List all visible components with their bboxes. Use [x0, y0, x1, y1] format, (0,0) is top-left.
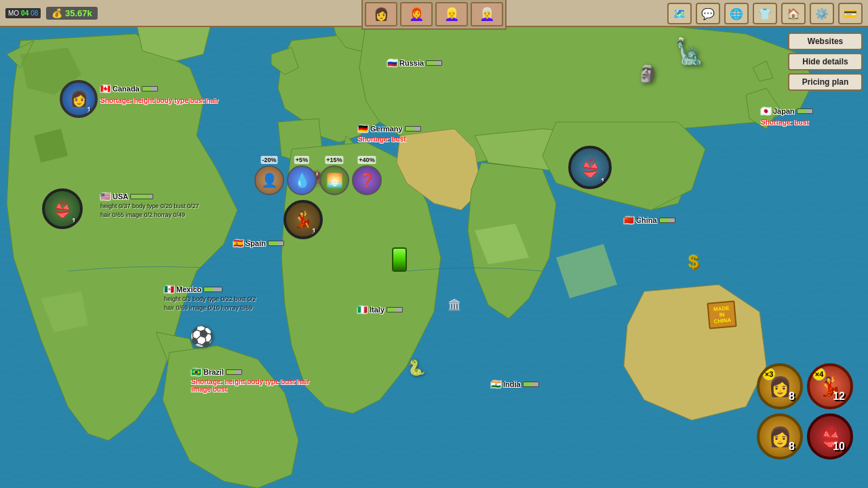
- country-germany: 🇩🇪 Germany: [358, 124, 421, 134]
- portraits-bar: 👩 👩‍🦰 👱‍♀️ 👩‍🦳: [361, 0, 507, 30]
- powerup-4-bubble: ❓: [352, 165, 382, 195]
- mexico-name: Mexico: [176, 285, 201, 293]
- spain-bar: [268, 241, 284, 246]
- money-icon: 💰: [52, 8, 62, 18]
- brazil-name: Brazil: [203, 368, 224, 376]
- country-india: 🇮🇳 India: [491, 380, 539, 389]
- snake-deco: 🐍: [407, 359, 425, 377]
- mo-blue-val: 08: [31, 9, 38, 17]
- usa-name: USA: [113, 192, 128, 201]
- token-4-wrapper[interactable]: 👙 10: [807, 413, 854, 461]
- brazil-flag: 🇧🇷: [191, 367, 201, 377]
- country-italy: 🇮🇹 Italy: [357, 305, 403, 314]
- side-buttons: Websites Hide details Pricing plan: [788, 33, 863, 91]
- country-china: 🇨🇳 China: [624, 216, 675, 225]
- powerup-2[interactable]: +5% 💧: [287, 165, 317, 195]
- pricing-plan-button[interactable]: Pricing plan: [788, 73, 863, 91]
- globe-icon[interactable]: 🌐: [724, 3, 749, 24]
- money-display: 💰 35.67k: [46, 7, 97, 20]
- italy-name: Italy: [370, 306, 384, 314]
- token-1-wrapper[interactable]: 👩 8 ×3: [757, 363, 804, 411]
- portrait-4[interactable]: 👩‍🦳: [471, 2, 503, 26]
- powerup-2-bubble: 💧: [287, 165, 317, 195]
- token-4-num: 10: [833, 441, 845, 453]
- europe-model-token[interactable]: 💃 1: [283, 200, 323, 239]
- italy-bar: [387, 307, 403, 312]
- settings-icon[interactable]: ⚙️: [810, 3, 834, 24]
- powerup-3-bubble: 🌅: [319, 165, 349, 195]
- made-in-china-sign: MADEINCHINA: [707, 300, 737, 329]
- shirt-icon[interactable]: 👕: [753, 3, 777, 24]
- hide-details-button[interactable]: Hide details: [788, 53, 863, 70]
- japan-shortage: Shortage: bust: [761, 119, 809, 126]
- japan-bar: [797, 108, 813, 114]
- usa-model-token[interactable]: 👙 1: [42, 188, 83, 229]
- russia-flag: 🇷🇺: [387, 58, 397, 68]
- card-icon[interactable]: 💳: [838, 3, 863, 24]
- token-3-wrapper[interactable]: 👩 8: [757, 413, 804, 461]
- token-1: 👩 8 ×3: [757, 363, 803, 409]
- mexico-bar: [203, 287, 222, 292]
- powerup-4[interactable]: +40% ❓: [352, 165, 382, 195]
- country-usa: 🇺🇸 USA: [100, 192, 153, 201]
- mexico-stat-1: height 0/3 body type 0/22 bust 0/2: [164, 295, 256, 304]
- powerup-4-label: +40%: [357, 156, 376, 164]
- powerup-1[interactable]: -20% 👤: [254, 165, 284, 195]
- mexico-flag: 🇲🇽: [164, 285, 174, 294]
- token-3-num: 8: [789, 441, 795, 453]
- japan-name: Japan: [773, 107, 795, 115]
- china-bar: [659, 218, 675, 223]
- usa-stat-2: hair 0/65 image 0/2 horray 0/49: [100, 211, 199, 220]
- mo-green-val: 04: [21, 9, 28, 17]
- token-4: 👙 10: [807, 413, 853, 460]
- canada-model-token[interactable]: 👩 1: [60, 80, 98, 118]
- russia-bar: [426, 60, 442, 66]
- map-icon[interactable]: 🗺️: [667, 3, 692, 24]
- asia-model-token[interactable]: 👙 1: [568, 146, 612, 189]
- germany-name: Germany: [370, 125, 403, 133]
- token-1-num: 8: [789, 390, 795, 403]
- germany-bar: [405, 126, 421, 131]
- token-2-mult: ×4: [812, 367, 826, 381]
- powerup-3[interactable]: +15% 🌅: [319, 165, 349, 195]
- brazil-bar: [226, 369, 242, 375]
- powerup-1-bubble: 👤: [254, 165, 284, 195]
- mexico-stats: height 0/3 body type 0/22 bust 0/2 hair …: [164, 295, 256, 312]
- portrait-1[interactable]: 👩: [365, 2, 397, 26]
- japan-flag: 🇯🇵: [761, 106, 771, 116]
- russia-name: Russia: [399, 59, 424, 67]
- portrait-3[interactable]: 👱‍♀️: [435, 2, 468, 26]
- toolbar-icons: 🗺️ 💬 🌐 👕 🏠 ⚙️ 💳: [667, 3, 863, 24]
- country-brazil: 🇧🇷 Brazil: [191, 367, 242, 377]
- dollar-sign-deco: $: [688, 251, 698, 272]
- arch-deco: 🏛️: [448, 298, 461, 311]
- statue-liberty-deco: 🗽: [675, 37, 705, 66]
- china-name: China: [636, 216, 657, 224]
- bottom-right-tokens: 👩 8 ×3 💃 12 ×4 👩 8 👙 10: [757, 363, 854, 461]
- country-russia: 🇷🇺 Russia: [387, 58, 442, 68]
- spain-flag: 🇪🇸: [233, 239, 243, 248]
- china-flag: 🇨🇳: [624, 216, 634, 225]
- portrait-4-avatar: 👩‍🦳: [472, 3, 502, 25]
- statue-deco-2: 🗿: [637, 64, 658, 83]
- mexico-stat-2: hair 0/69 image 0/10 horray 0/69: [164, 304, 256, 312]
- green-cylinder: [392, 247, 407, 272]
- country-spain: 🇪🇸 Spain: [233, 239, 284, 248]
- token-grid: 👩 8 ×3 💃 12 ×4 👩 8 👙 10: [757, 363, 854, 461]
- country-japan: 🇯🇵 Japan: [761, 106, 813, 116]
- usa-bar: [130, 194, 153, 199]
- chat-icon[interactable]: 💬: [696, 3, 720, 24]
- canada-name: Canada: [113, 85, 140, 93]
- portrait-1-avatar: 👩: [366, 3, 396, 25]
- map-background: [0, 0, 868, 488]
- token-2-wrapper[interactable]: 💃 12 ×4: [807, 363, 854, 411]
- canada-bar: [142, 86, 158, 92]
- house-icon[interactable]: 🏠: [781, 3, 806, 24]
- money-value: 35.67k: [65, 8, 92, 18]
- india-name: India: [503, 380, 521, 388]
- portrait-2[interactable]: 👩‍🦰: [400, 2, 433, 26]
- india-flag: 🇮🇳: [491, 380, 501, 389]
- token-1-mult: ×3: [762, 367, 776, 381]
- italy-flag: 🇮🇹: [357, 305, 368, 314]
- websites-button[interactable]: Websites: [788, 33, 863, 50]
